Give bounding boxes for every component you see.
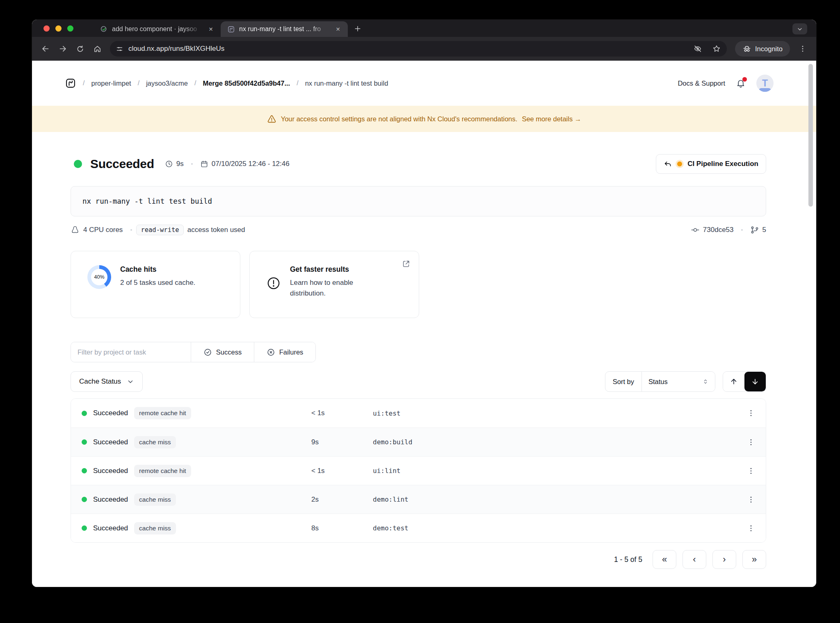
tab-strip: add hero component · jaysoo ✕ nx run-man… xyxy=(32,20,816,37)
breadcrumb: / proper-limpet / jaysoo3/acme / Merge 8… xyxy=(65,77,388,89)
distribution-card-title: Get faster results xyxy=(290,265,384,274)
sort-value: Status xyxy=(648,378,668,386)
sort-group: Sort by Status xyxy=(605,371,715,392)
external-link-icon[interactable] xyxy=(402,259,411,268)
incognito-badge: Incognito xyxy=(735,41,790,57)
warning-triangle-icon xyxy=(267,114,276,124)
filter-failures-button[interactable]: Failures xyxy=(254,342,315,362)
tab-github-pr[interactable]: add hero component · jaysoo ✕ xyxy=(94,21,221,37)
separator-dot xyxy=(191,163,193,165)
row-menu-icon[interactable] xyxy=(747,524,755,532)
select-updown-icon xyxy=(702,378,709,385)
task-status-dot xyxy=(82,497,87,502)
sort-ascending-button[interactable] xyxy=(723,372,744,391)
new-tab-button[interactable] xyxy=(351,22,364,35)
task-target[interactable]: ui:test xyxy=(373,409,735,417)
tab-search-button[interactable] xyxy=(792,23,807,34)
nx-favicon-icon xyxy=(227,25,235,33)
undo-arrow-icon xyxy=(664,160,672,168)
forward-icon[interactable] xyxy=(55,41,71,57)
banner-text: Your access control settings are not ali… xyxy=(281,115,518,123)
next-page-button[interactable]: › xyxy=(712,550,736,569)
page-scrollbar[interactable] xyxy=(808,64,813,207)
reload-icon[interactable] xyxy=(72,41,88,57)
sort-field-select[interactable]: Status xyxy=(642,372,715,391)
breadcrumb-separator: / xyxy=(297,80,298,87)
filter-input[interactable] xyxy=(71,342,191,362)
sort-descending-button[interactable] xyxy=(744,372,766,391)
task-row[interactable]: Succeeded remote cache hit < 1s ui:lint xyxy=(71,456,766,485)
cache-status-badge: remote cache hit xyxy=(134,465,191,477)
task-row[interactable]: Succeeded cache miss 9s demo:build xyxy=(71,427,766,456)
row-menu-icon[interactable] xyxy=(747,496,755,504)
docs-support-link[interactable]: Docs & Support xyxy=(678,80,725,87)
branch-count: 5 xyxy=(762,226,766,234)
task-row[interactable]: Succeeded cache miss 2s demo:lint xyxy=(71,485,766,514)
filter-success-label: Success xyxy=(216,348,242,356)
url-text[interactable]: cloud.nx.app/runs/BkIXGHleUs xyxy=(128,45,224,53)
breadcrumb-commit[interactable]: Merge 85d500f42d5a9b47... xyxy=(203,80,290,87)
distribution-card-desc[interactable]: Learn how to enable distribution. xyxy=(290,277,384,299)
filter-success-button[interactable]: Success xyxy=(191,342,254,362)
minimize-window-button[interactable] xyxy=(55,25,62,32)
commit-sha[interactable]: 730dce53 xyxy=(703,226,734,234)
eye-off-icon[interactable] xyxy=(691,42,705,56)
task-target[interactable]: demo:build xyxy=(373,438,735,446)
tab-nx-run[interactable]: nx run-many -t lint test ... fro ✕ xyxy=(221,21,348,37)
task-duration: < 1s xyxy=(311,467,373,475)
site-settings-icon[interactable] xyxy=(116,45,123,53)
ci-pipeline-execution-button[interactable]: CI Pipeline Execution xyxy=(656,154,766,174)
task-target[interactable]: demo:lint xyxy=(373,496,735,503)
task-target[interactable]: demo:test xyxy=(373,524,735,532)
banner-details-link[interactable]: See more details → xyxy=(522,115,581,123)
breadcrumb-separator: / xyxy=(194,80,196,87)
separator-dot xyxy=(130,229,132,231)
bookmark-star-icon[interactable] xyxy=(710,42,724,56)
access-token-chip: read-write xyxy=(136,225,183,235)
cache-card-desc: 2 of 5 tasks used cache. xyxy=(120,277,195,288)
last-page-button[interactable]: » xyxy=(742,550,766,569)
x-circle-icon xyxy=(267,348,275,357)
linux-penguin-icon xyxy=(71,225,80,234)
sort-direction-toggle xyxy=(723,371,766,392)
task-duration: 9s xyxy=(311,438,373,446)
cache-donut: 40% xyxy=(87,265,111,289)
row-menu-icon[interactable] xyxy=(747,409,755,417)
cache-card-title: Cache hits xyxy=(120,265,195,274)
task-row[interactable]: Succeeded cache miss 8s demo:test xyxy=(71,514,766,542)
tab-title: add hero component · jaysoo xyxy=(112,25,202,33)
breadcrumb-workspace[interactable]: proper-limpet xyxy=(91,80,131,87)
close-window-button[interactable] xyxy=(43,25,50,32)
filter-group: Success Failures xyxy=(71,342,316,362)
cache-status-badge: remote cache hit xyxy=(134,407,191,419)
nx-logo-icon[interactable] xyxy=(65,77,76,89)
previous-page-button[interactable]: ‹ xyxy=(682,550,706,569)
maximize-window-button[interactable] xyxy=(67,25,73,32)
task-target[interactable]: ui:lint xyxy=(373,467,735,475)
cache-hits-card: 40% Cache hits 2 of 5 tasks used cache. xyxy=(71,251,240,318)
run-command-box: nx run-many -t lint test build xyxy=(71,186,766,216)
distribution-card: Get faster results Learn how to enable d… xyxy=(249,251,419,318)
task-row[interactable]: Succeeded remote cache hit < 1s ui:test xyxy=(71,399,766,427)
address-bar[interactable]: cloud.nx.app/runs/BkIXGHleUs xyxy=(110,41,727,57)
back-icon[interactable] xyxy=(38,41,53,57)
breadcrumb-run[interactable]: nx run-many -t lint test build xyxy=(305,80,388,87)
avatar[interactable]: T xyxy=(756,75,774,92)
tab-title: nx run-many -t lint test ... fro xyxy=(239,25,329,33)
chevron-down-icon xyxy=(127,378,134,385)
row-menu-icon[interactable] xyxy=(747,467,755,475)
breadcrumb-separator: / xyxy=(138,80,139,87)
row-menu-icon[interactable] xyxy=(747,438,755,446)
breadcrumb-repo[interactable]: jaysoo3/acme xyxy=(146,80,188,87)
notifications-bell-icon[interactable] xyxy=(736,78,746,88)
task-status-dot xyxy=(82,439,87,445)
first-page-button[interactable]: « xyxy=(653,550,676,569)
close-tab-icon[interactable]: ✕ xyxy=(333,24,343,34)
cache-status-dropdown[interactable]: Cache Status xyxy=(71,371,143,392)
home-icon[interactable] xyxy=(89,41,105,57)
browser-menu-icon[interactable] xyxy=(795,41,810,57)
notification-dot xyxy=(742,77,747,82)
status-dot xyxy=(74,160,82,168)
close-tab-icon[interactable]: ✕ xyxy=(206,24,216,34)
task-table: Succeeded remote cache hit < 1s ui:test … xyxy=(71,398,766,543)
